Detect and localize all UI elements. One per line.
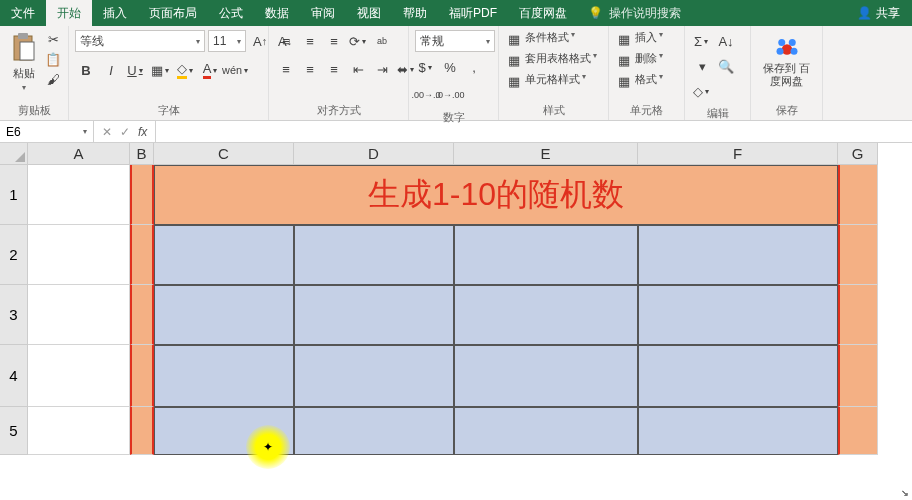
cell[interactable] (454, 345, 638, 407)
cell[interactable] (838, 225, 878, 285)
row-header-2[interactable]: 2 (0, 225, 28, 285)
cell[interactable] (838, 345, 878, 407)
cell[interactable] (130, 407, 154, 455)
comma-format-button[interactable]: , (463, 56, 485, 78)
fill-color-button[interactable]: ◇▾ (175, 59, 197, 81)
tab-formulas[interactable]: 公式 (208, 0, 254, 26)
cell[interactable] (838, 407, 878, 455)
format-as-table-button[interactable]: ▦套用表格格式▾ (505, 51, 597, 69)
enter-formula-button[interactable]: ✓ (120, 125, 130, 139)
col-header-d[interactable]: D (294, 143, 454, 165)
cell[interactable] (28, 165, 130, 225)
tell-me-search[interactable]: 💡 操作说明搜索 (588, 0, 681, 26)
tab-foxit-pdf[interactable]: 福听PDF (438, 0, 508, 26)
orientation-button[interactable]: ⟳▾ (347, 30, 369, 52)
share-button[interactable]: 👤 共享 (845, 0, 912, 26)
cell[interactable] (294, 225, 454, 285)
row-header-4[interactable]: 4 (0, 345, 28, 407)
align-bottom-button[interactable]: ≡ (323, 30, 345, 52)
copy-button[interactable]: 📋 (44, 50, 62, 68)
align-left-button[interactable]: ≡ (275, 58, 297, 80)
underline-button[interactable]: U▾ (125, 59, 147, 81)
tab-page-layout[interactable]: 页面布局 (138, 0, 208, 26)
increase-indent-button[interactable]: ⇥ (371, 58, 393, 80)
accounting-format-button[interactable]: $▾ (415, 56, 437, 78)
cell[interactable] (154, 345, 294, 407)
merged-title-cell[interactable]: 生成1-10的随机数 (154, 165, 838, 225)
row-header-1[interactable]: 1 (0, 165, 28, 225)
cell[interactable] (28, 225, 130, 285)
font-size-select[interactable]: 11▾ (208, 30, 246, 52)
col-header-b[interactable]: B (130, 143, 154, 165)
col-header-f[interactable]: F (638, 143, 838, 165)
cell[interactable] (130, 225, 154, 285)
tab-insert[interactable]: 插入 (92, 0, 138, 26)
col-header-e[interactable]: E (454, 143, 638, 165)
col-header-c[interactable]: C (154, 143, 294, 165)
increase-font-button[interactable]: A↑ (249, 30, 271, 52)
cell[interactable] (28, 285, 130, 345)
tab-view[interactable]: 视图 (346, 0, 392, 26)
percent-format-button[interactable]: % (439, 56, 461, 78)
cancel-formula-button[interactable]: ✕ (102, 125, 112, 139)
save-to-baidu-button[interactable]: 保存到 百度网盘 (757, 30, 816, 90)
conditional-formatting-button[interactable]: ▦条件格式▾ (505, 30, 575, 48)
cell[interactable] (294, 285, 454, 345)
tab-review[interactable]: 审阅 (300, 0, 346, 26)
sort-filter-button[interactable]: A↓ (715, 30, 737, 52)
cell[interactable] (154, 285, 294, 345)
cell[interactable] (28, 407, 130, 455)
bold-button[interactable]: B (75, 59, 97, 81)
cell[interactable] (838, 285, 878, 345)
cell[interactable] (454, 225, 638, 285)
col-header-g[interactable]: G (838, 143, 878, 165)
increase-decimal-button[interactable]: .00→.0 (415, 84, 437, 106)
format-cells-button[interactable]: ▦格式▾ (615, 72, 663, 90)
cell[interactable] (130, 165, 154, 225)
clear-button[interactable]: ◇▾ (691, 80, 713, 102)
tab-home[interactable]: 开始 (46, 0, 92, 26)
insert-function-button[interactable]: fx (138, 125, 147, 139)
cell[interactable] (638, 345, 838, 407)
cut-button[interactable]: ✂ (44, 30, 62, 48)
fill-button[interactable]: ▾ (691, 55, 713, 77)
cell[interactable] (454, 285, 638, 345)
formula-bar[interactable] (156, 121, 912, 142)
number-format-select[interactable]: 常规▾ (415, 30, 495, 52)
cell[interactable] (154, 407, 294, 455)
cell[interactable] (838, 165, 878, 225)
font-color-button[interactable]: A▾ (200, 59, 222, 81)
cell[interactable] (454, 407, 638, 455)
cell-styles-button[interactable]: ▦单元格样式▾ (505, 72, 586, 90)
cell[interactable] (130, 285, 154, 345)
align-top-button[interactable]: ≡ (275, 30, 297, 52)
italic-button[interactable]: I (100, 59, 122, 81)
name-box[interactable]: E6▾ (0, 121, 94, 142)
row-header-3[interactable]: 3 (0, 285, 28, 345)
cell[interactable] (294, 345, 454, 407)
delete-cells-button[interactable]: ▦删除▾ (615, 51, 663, 69)
cell[interactable] (154, 225, 294, 285)
row-header-5[interactable]: 5 (0, 407, 28, 455)
format-painter-button[interactable]: 🖌 (44, 70, 62, 88)
decrease-indent-button[interactable]: ⇤ (347, 58, 369, 80)
wrap-text-button[interactable]: ab (371, 30, 393, 52)
font-family-select[interactable]: 等线▾ (75, 30, 205, 52)
cell[interactable] (28, 345, 130, 407)
autosum-button[interactable]: Σ▾ (691, 30, 713, 52)
cell[interactable] (130, 345, 154, 407)
align-center-button[interactable]: ≡ (299, 58, 321, 80)
cell[interactable] (638, 407, 838, 455)
align-middle-button[interactable]: ≡ (299, 30, 321, 52)
decrease-decimal-button[interactable]: .0→.00 (439, 84, 461, 106)
find-select-button[interactable]: 🔍 (715, 55, 737, 77)
cell[interactable] (638, 285, 838, 345)
cell[interactable] (638, 225, 838, 285)
tab-file[interactable]: 文件 (0, 0, 46, 26)
borders-button[interactable]: ▦▾ (150, 59, 172, 81)
paste-button[interactable]: 粘贴 ▾ (6, 30, 42, 94)
tab-help[interactable]: 帮助 (392, 0, 438, 26)
align-right-button[interactable]: ≡ (323, 58, 345, 80)
tab-data[interactable]: 数据 (254, 0, 300, 26)
col-header-a[interactable]: A (28, 143, 130, 165)
